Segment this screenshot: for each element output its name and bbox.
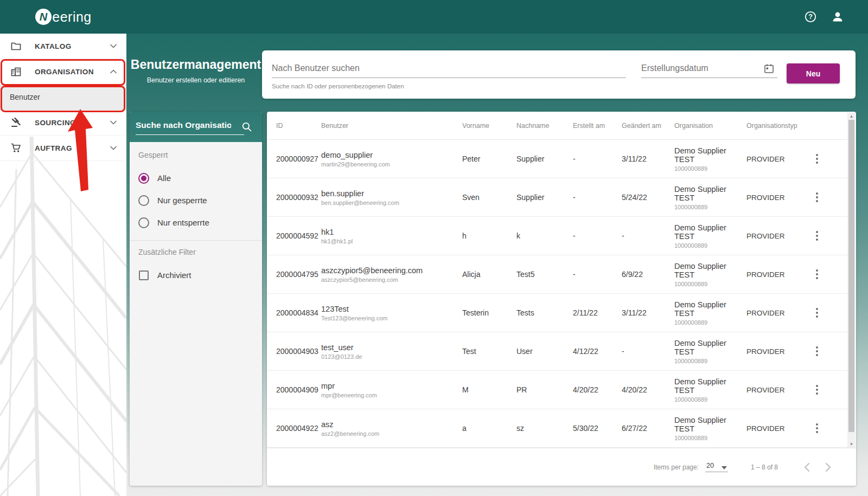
table-row[interactable]: 2000004834123TestTest123@beneering.comTe… xyxy=(267,294,856,332)
gesperrt-radio-group: AlleNur gesperrteNur entsperrte xyxy=(130,167,262,234)
cell-vorname: Testerin xyxy=(462,308,516,317)
column-header-organisation: Organisation xyxy=(674,122,746,130)
table-row[interactable]: 2000004903test_user0123@0123.deTestUser4… xyxy=(267,332,856,371)
building-watermark-image xyxy=(0,137,126,496)
table-scrollbar[interactable]: ▲ ▼ xyxy=(847,112,856,448)
table-row[interactable]: 2000000927demo_suppliermartin29@beneerin… xyxy=(267,140,856,178)
sidebar-item-organisation[interactable]: ORGANISATION xyxy=(0,59,126,85)
row-menu-button[interactable] xyxy=(810,229,824,242)
row-menu-button[interactable] xyxy=(810,152,824,165)
radio-icon[interactable] xyxy=(138,217,149,228)
column-header-organisationstyp: Organisationstyp xyxy=(746,122,807,130)
cell-vorname: Sven xyxy=(462,193,516,202)
new-user-button[interactable]: Neu xyxy=(787,63,840,83)
previous-page-button[interactable] xyxy=(804,462,810,472)
account-icon[interactable] xyxy=(831,10,844,23)
scroll-up-icon[interactable]: ▲ xyxy=(847,112,856,120)
cell-nachname: PR xyxy=(516,385,573,394)
radio-option-nur-entsperrte[interactable]: Nur entsperrte xyxy=(130,211,262,234)
cell-vorname: Alicja xyxy=(462,270,516,279)
user-table-card: IDBenutzerVornameNachnameErstellt amGeän… xyxy=(267,112,856,486)
items-per-page-select[interactable]: 20 xyxy=(705,462,728,472)
archiviert-checkbox-row[interactable]: Archiviert xyxy=(130,264,262,286)
filter-divider xyxy=(130,240,262,241)
cell-id: 2000004922 xyxy=(276,424,321,433)
table-row[interactable]: 2000004592hk1hk1@hk1.plhk--Demo Supplier… xyxy=(267,217,856,255)
row-menu-button[interactable] xyxy=(810,306,824,319)
cell-actions xyxy=(807,229,845,242)
archiviert-label: Archiviert xyxy=(157,270,192,280)
scrollbar-thumb[interactable] xyxy=(848,120,854,432)
user-search-card: Suche nach ID oder personenbezogenen Dat… xyxy=(262,50,856,99)
sidebar-item-auftrag[interactable]: AUFTRAG xyxy=(0,136,126,161)
column-header-vorname: Vorname xyxy=(462,122,516,130)
cell-benutzer: hk1hk1@hk1.pl xyxy=(321,228,462,244)
help-icon[interactable]: ? xyxy=(804,10,817,23)
column-header-id: ID xyxy=(276,122,321,130)
folder-icon xyxy=(10,42,22,50)
svg-text:?: ? xyxy=(808,13,813,21)
cell-organisation: Demo Supplier TEST1000000889 xyxy=(674,185,746,210)
cell-organisationstyp: PROVIDER xyxy=(746,347,807,356)
cell-id: 2000004903 xyxy=(276,347,321,356)
cell-benutzer: aszczypior5@beneering.comaszczypior5@ben… xyxy=(321,266,462,283)
cell-geaendert-am: 3/11/22 xyxy=(622,308,674,317)
cell-erstellt-am: - xyxy=(573,231,622,240)
row-menu-button[interactable] xyxy=(810,383,824,396)
cell-organisation: Demo Supplier TEST1000000889 xyxy=(674,146,746,172)
sidebar-item-benutzer[interactable]: Benutzer xyxy=(0,85,126,110)
table-row[interactable]: 2000000932ben.supplierben.supplier@benee… xyxy=(267,178,856,217)
app-logo: Neering xyxy=(0,0,126,34)
sidebar-item-sourcing[interactable]: SOURCING xyxy=(0,110,126,136)
archiviert-checkbox[interactable] xyxy=(139,270,149,280)
table-row[interactable]: 2000004909mprmpr@beneering.comMPR4/20/22… xyxy=(267,371,856,409)
chevron-down-icon xyxy=(110,44,117,48)
next-page-button[interactable] xyxy=(825,462,831,472)
row-menu-button[interactable] xyxy=(810,191,824,204)
cell-vorname: a xyxy=(462,424,516,433)
radio-icon[interactable] xyxy=(138,173,149,184)
calendar-icon[interactable] xyxy=(764,63,774,76)
cell-erstellt-am: - xyxy=(573,193,622,202)
creation-date-input[interactable] xyxy=(641,62,777,78)
logo-n-icon: N xyxy=(35,9,52,25)
cell-organisation: Demo Supplier TEST1000000889 xyxy=(674,377,746,403)
row-menu-button[interactable] xyxy=(810,422,824,435)
cell-vorname: Test xyxy=(462,347,516,356)
user-search-input[interactable] xyxy=(272,62,626,78)
table-row[interactable]: 2000004922aszasz2@beneering.comasz5/30/2… xyxy=(267,409,856,448)
radio-option-alle[interactable]: Alle xyxy=(130,167,262,189)
cell-id: 2000004795 xyxy=(276,270,321,279)
cell-organisationstyp: PROVIDER xyxy=(746,155,807,163)
cell-organisation: Demo Supplier TEST1000000889 xyxy=(674,416,746,441)
filter-panel: Gesperrt AlleNur gesperrteNur entsperrte… xyxy=(130,112,262,486)
cell-actions xyxy=(807,191,845,204)
top-bar: Neering ? xyxy=(0,0,868,34)
logo-text-post: eering xyxy=(52,9,92,25)
cell-vorname: M xyxy=(462,385,516,394)
page-title: Benutzermanagement xyxy=(130,57,262,72)
sidebar-item-katalog[interactable]: KATALOG xyxy=(0,34,126,59)
table-row[interactable]: 2000004795aszczypior5@beneering.comaszcz… xyxy=(267,255,856,294)
cell-actions xyxy=(807,422,845,435)
row-menu-button[interactable] xyxy=(810,268,824,281)
main-area: Benutzermanagement Benutzer erstellen od… xyxy=(126,34,868,496)
search-icon[interactable] xyxy=(241,121,252,134)
cell-actions xyxy=(807,268,845,281)
cell-nachname: sz xyxy=(516,424,573,433)
cell-id: 2000004834 xyxy=(276,308,321,317)
user-search-helper-text: Suche nach ID oder personenbezogenen Dat… xyxy=(272,83,404,89)
cell-id: 2000004592 xyxy=(276,231,321,240)
cell-organisation: Demo Supplier TEST1000000889 xyxy=(674,262,746,287)
scroll-down-icon[interactable]: ▼ xyxy=(847,440,856,448)
row-menu-button[interactable] xyxy=(810,345,824,358)
organisation-search-input[interactable] xyxy=(136,118,244,135)
cell-geaendert-am: 6/9/22 xyxy=(622,270,674,279)
radio-icon[interactable] xyxy=(138,195,149,206)
cell-nachname: k xyxy=(516,231,573,240)
radio-option-nur-gesperrte[interactable]: Nur gesperrte xyxy=(130,189,262,211)
cell-erstellt-am: - xyxy=(573,270,622,279)
cell-organisation: Demo Supplier TEST1000000889 xyxy=(674,223,746,249)
cart-icon xyxy=(10,143,22,153)
organisation-search-header xyxy=(130,112,262,142)
